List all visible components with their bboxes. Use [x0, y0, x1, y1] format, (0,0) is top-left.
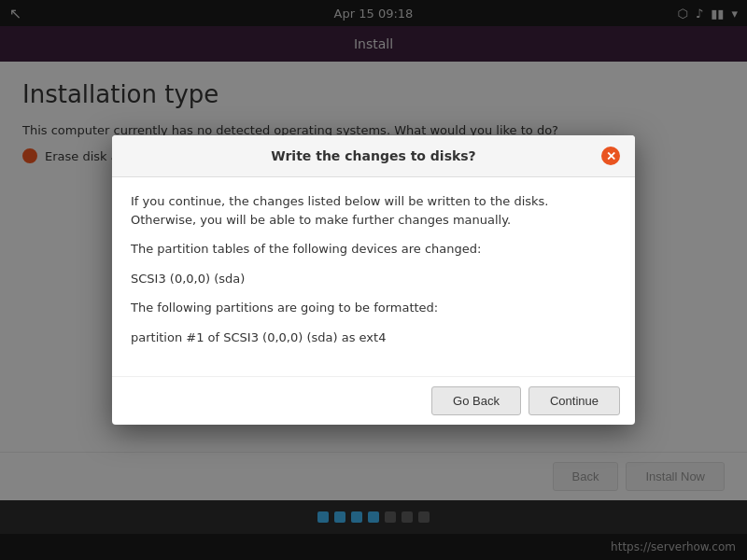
modal-title-bar: Write the changes to disks? ✕	[112, 135, 635, 177]
modal-overlay: Write the changes to disks? ✕ If you con…	[0, 0, 747, 560]
go-back-button[interactable]: Go Back	[431, 386, 521, 415]
modal-body-line4: The following partitions are going to be…	[131, 299, 616, 317]
modal-body-line2: The partition tables of the following de…	[131, 240, 616, 259]
modal-body-line3: SCSI3 (0,0,0) (sda)	[131, 270, 616, 288]
modal-body-line5: partition #1 of SCSI3 (0,0,0) (sda) as e…	[131, 329, 616, 347]
modal-title: Write the changes to disks?	[146, 148, 601, 163]
modal-dialog: Write the changes to disks? ✕ If you con…	[112, 135, 635, 425]
modal-body-line1: If you continue, the changes listed belo…	[131, 192, 616, 229]
modal-close-button[interactable]: ✕	[601, 147, 620, 165]
modal-footer: Go Back Continue	[112, 376, 635, 425]
modal-body: If you continue, the changes listed belo…	[112, 177, 635, 376]
continue-button[interactable]: Continue	[529, 386, 620, 415]
